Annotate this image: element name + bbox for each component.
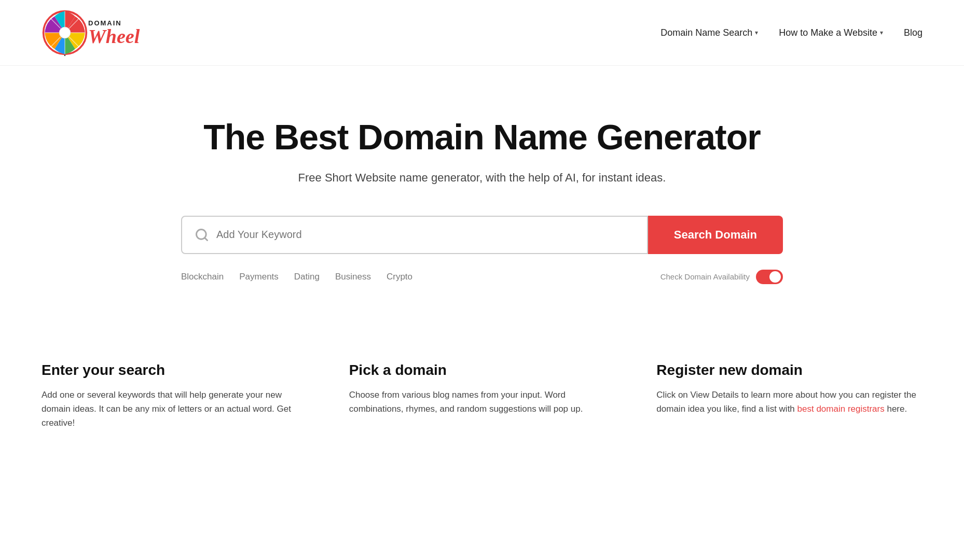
keyword-tags: Blockchain Payments Dating Business Cryp…	[181, 272, 412, 282]
tag-dating[interactable]: Dating	[294, 272, 320, 282]
nav-blog[interactable]: Blog	[904, 27, 922, 38]
search-container: Search Domain	[181, 216, 783, 254]
search-input[interactable]	[216, 229, 635, 241]
chevron-down-icon: ▾	[880, 29, 883, 36]
svg-point-1	[59, 27, 71, 38]
search-box	[181, 216, 648, 254]
tag-crypto[interactable]: Crypto	[387, 272, 412, 282]
tag-blockchain[interactable]: Blockchain	[181, 272, 224, 282]
logo-wheel-text: Wheel	[88, 26, 140, 46]
check-domain-availability-area: Check Domain Availability	[660, 270, 783, 284]
feature-enter-search: Enter your search Add one or several key…	[42, 362, 308, 430]
domain-availability-toggle[interactable]	[756, 270, 783, 284]
hero-subtitle: Free Short Website name generator, with …	[298, 171, 666, 185]
toggle-label: Check Domain Availability	[660, 272, 750, 281]
feature-title-pick-domain: Pick a domain	[349, 362, 615, 379]
best-domain-registrars-link[interactable]: best domain registrars	[797, 404, 885, 414]
feature-pick-domain: Pick a domain Choose from various blog n…	[349, 362, 615, 430]
svg-line-12	[204, 237, 207, 240]
search-icon	[195, 228, 209, 242]
below-search-row: Blockchain Payments Dating Business Cryp…	[181, 270, 783, 284]
main-nav: Domain Name Search ▾ How to Make a Websi…	[660, 27, 922, 38]
feature-title-enter-search: Enter your search	[42, 362, 308, 379]
hero-title: The Best Domain Name Generator	[203, 118, 760, 157]
feature-desc-enter-search: Add one or several keywords that will he…	[42, 388, 308, 430]
logo[interactable]: DOMAIN Wheel	[42, 9, 140, 56]
logo-wheel-icon	[42, 9, 88, 56]
search-domain-button[interactable]: Search Domain	[648, 216, 783, 254]
feature-desc-pick-domain: Choose from various blog names from your…	[349, 388, 615, 416]
feature-register-domain: Register new domain Click on View Detail…	[656, 362, 922, 430]
chevron-down-icon: ▾	[755, 29, 758, 36]
nav-domain-name-search[interactable]: Domain Name Search ▾	[660, 27, 758, 38]
feature-desc-register-domain: Click on View Details to learn more abou…	[656, 388, 922, 416]
features-section: Enter your search Add one or several key…	[0, 331, 964, 461]
feature-title-register-domain: Register new domain	[656, 362, 922, 379]
feature-desc-register-after: here.	[885, 404, 907, 414]
tag-business[interactable]: Business	[335, 272, 371, 282]
hero-section: The Best Domain Name Generator Free Shor…	[0, 66, 964, 315]
nav-how-to-make-website[interactable]: How to Make a Website ▾	[779, 27, 883, 38]
tag-payments[interactable]: Payments	[239, 272, 279, 282]
